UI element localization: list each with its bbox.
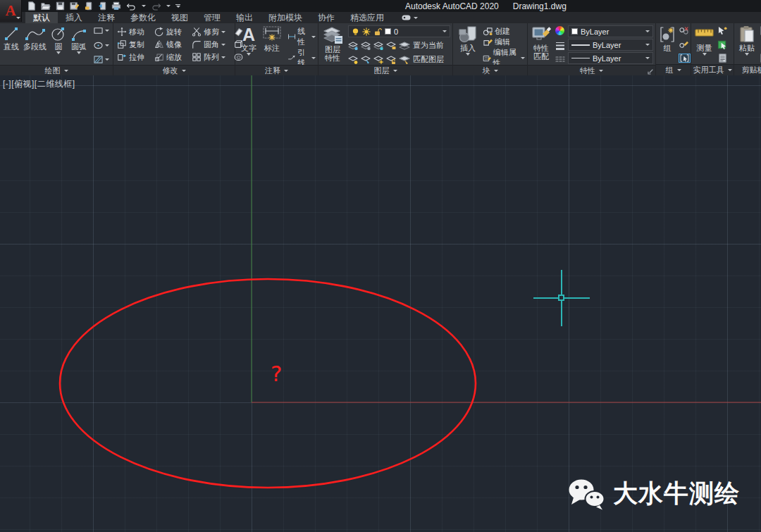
chevron-down-icon	[284, 70, 288, 72]
line-tool[interactable]: 直线	[2, 25, 20, 51]
polyline-tool[interactable]: 多段线	[22, 25, 48, 51]
save-to-web-mobile-icon[interactable]	[85, 1, 93, 11]
rectangle-tool[interactable]	[93, 26, 109, 35]
panel-footer-group[interactable]: 组	[656, 64, 691, 75]
tab-default[interactable]: 默认	[25, 12, 58, 23]
match-layer-icon[interactable]	[399, 55, 410, 64]
redo-dropdown-icon[interactable]	[166, 5, 171, 7]
layer-tool-icon[interactable]	[386, 55, 396, 64]
panel-footer-layers[interactable]: 图层	[318, 65, 452, 76]
app-logo[interactable]: A	[0, 0, 22, 22]
color-wheel-icon[interactable]	[555, 26, 564, 35]
move-tool[interactable]: 移动	[117, 25, 154, 38]
tab-insert[interactable]: 插入	[58, 12, 90, 23]
scale-tool[interactable]: 缩放	[154, 51, 192, 63]
layer-tool-icon[interactable]	[348, 41, 358, 50]
fillet-tool[interactable]: 圆角	[192, 38, 233, 51]
array-tool[interactable]: 阵列	[192, 51, 233, 63]
chevron-down-icon[interactable]	[703, 53, 707, 56]
question-mark-annotation[interactable]: ?	[271, 361, 282, 386]
lineweight-icon[interactable]	[555, 42, 565, 50]
tab-addins[interactable]: 附加模块	[261, 12, 310, 23]
object-color-combo[interactable]: ByLayer	[568, 25, 653, 37]
linear-dim-tool[interactable]: 线性	[287, 26, 316, 47]
measure-tool[interactable]: 测量	[693, 25, 715, 56]
layer-tool-icon[interactable]	[373, 55, 383, 64]
chevron-down-icon[interactable]	[221, 31, 225, 33]
chevron-down-icon[interactable]	[77, 51, 81, 54]
drawing-canvas[interactable]: [-][俯视][二维线框] ? 大水牛测绘	[0, 75, 761, 532]
tab-annotate[interactable]: 注释	[90, 12, 123, 23]
layer-lock-tool-icon[interactable]	[386, 41, 396, 50]
set-current-label[interactable]: 置为当前	[413, 40, 444, 51]
linetype-icon[interactable]	[555, 56, 565, 63]
tab-manage[interactable]: 管理	[196, 12, 228, 23]
linetype-combo[interactable]: ByLayer	[568, 52, 653, 64]
chevron-down-icon[interactable]	[247, 53, 251, 56]
chevron-down-icon[interactable]	[221, 56, 225, 58]
panel-footer-block[interactable]: 块	[453, 65, 527, 76]
save-as-icon[interactable]	[70, 1, 80, 11]
set-current-layer-icon[interactable]	[399, 41, 410, 50]
tab-collaborate[interactable]: 协作	[310, 12, 342, 23]
arc-tool[interactable]: 圆弧	[69, 25, 89, 55]
tab-featured-apps[interactable]: 精选应用	[342, 12, 392, 23]
stretch-tool[interactable]: 拉伸	[117, 51, 154, 63]
panel-footer-annotate[interactable]: 注释	[235, 65, 318, 76]
undo-icon[interactable]	[126, 2, 137, 11]
text-tool[interactable]: A 文字	[240, 25, 258, 56]
new-file-icon[interactable]	[27, 1, 36, 11]
chevron-down-icon[interactable]	[221, 44, 225, 46]
qat-customize-icon[interactable]	[175, 4, 180, 8]
edit-block-tool[interactable]: 编辑	[483, 37, 525, 47]
open-from-web-mobile-icon[interactable]	[98, 1, 106, 11]
open-file-icon[interactable]	[41, 1, 51, 11]
group-selection-toggle[interactable]	[679, 54, 691, 63]
panel-footer-clipboard[interactable]: 剪贴板	[734, 64, 761, 75]
quick-calc-icon[interactable]	[717, 54, 728, 63]
mirror-tool[interactable]: 镜像	[154, 38, 192, 51]
panel-footer-modify[interactable]: 修改	[113, 65, 235, 76]
edit-group-icon[interactable]	[679, 40, 689, 49]
group-tool[interactable]: 组	[657, 25, 677, 53]
tab-parametric[interactable]: 参数化	[123, 12, 163, 23]
chevron-down-icon[interactable]	[56, 51, 61, 54]
layer-tool-icon[interactable]	[361, 55, 371, 64]
create-block-tool[interactable]: 创建	[483, 26, 525, 37]
viewport-controls-label[interactable]: [-][俯视][二维线框]	[3, 78, 75, 90]
quick-select-icon[interactable]	[717, 26, 728, 35]
layer-tool-icon[interactable]	[373, 41, 383, 50]
panel-footer-draw[interactable]: 绘图	[0, 65, 113, 76]
layer-tool-icon[interactable]	[361, 41, 371, 50]
copy-tool[interactable]: 复制	[117, 38, 154, 51]
chevron-down-icon[interactable]	[745, 53, 749, 56]
lineweight-combo[interactable]: ByLayer	[568, 39, 653, 51]
ribbon-display-toggle[interactable]	[402, 12, 418, 23]
chevron-down-icon[interactable]	[466, 53, 470, 56]
drawn-ellipse[interactable]	[60, 279, 476, 488]
redo-icon[interactable]	[151, 2, 161, 11]
tab-output[interactable]: 输出	[228, 12, 261, 23]
ungroup-icon[interactable]	[679, 26, 689, 35]
select-all-icon[interactable]	[717, 40, 728, 49]
layer-tool-icon[interactable]	[348, 55, 358, 64]
layer-properties-tool[interactable]: 图层 特性	[321, 25, 345, 63]
hatch-tool[interactable]	[93, 55, 109, 64]
plot-icon[interactable]	[111, 1, 121, 11]
save-icon[interactable]	[56, 1, 65, 11]
rotate-tool[interactable]: 旋转	[154, 25, 192, 38]
ellipse-tool[interactable]	[93, 41, 109, 50]
trim-tool[interactable]: 修剪	[192, 25, 233, 38]
undo-dropdown-icon[interactable]	[142, 5, 146, 7]
match-layer-label[interactable]: 匹配图层	[413, 54, 444, 65]
dimension-tool[interactable]: 标注	[261, 25, 283, 53]
layer-select-combo[interactable]: 0	[348, 25, 450, 37]
paste-tool[interactable]: 粘贴	[737, 25, 757, 56]
insert-block-tool[interactable]: 插入	[457, 25, 479, 56]
tab-view[interactable]: 视图	[163, 12, 196, 23]
circle-tool[interactable]: 圆	[49, 25, 68, 55]
panel-expander-icon[interactable]	[648, 69, 653, 75]
panel-footer-utilities[interactable]: 实用工具	[691, 64, 734, 75]
match-properties-tool[interactable]: 特性 匹配	[530, 25, 552, 61]
panel-footer-properties[interactable]: 特性	[528, 65, 655, 76]
